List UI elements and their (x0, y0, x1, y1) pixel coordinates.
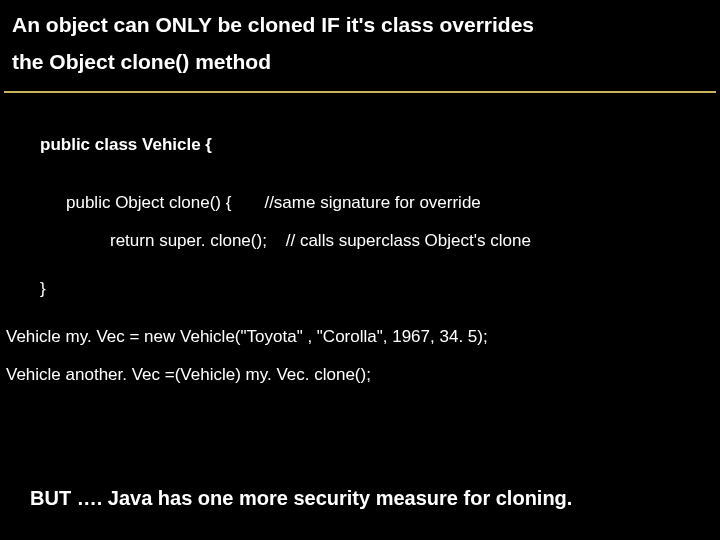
slide: An object can ONLY be cloned IF it's cla… (0, 0, 720, 540)
title-block: An object can ONLY be cloned IF it's cla… (0, 0, 720, 91)
body: public class Vehicle { public Object clo… (0, 93, 720, 385)
title-line-1: An object can ONLY be cloned IF it's cla… (12, 10, 708, 39)
footer-note: BUT …. Java has one more security measur… (30, 487, 700, 510)
code-usage-1: Vehicle my. Vec = new Vehicle("Toyota" ,… (0, 327, 720, 347)
code-usage-2: Vehicle another. Vec =(Vehicle) my. Vec.… (0, 365, 720, 385)
code-class-decl: public class Vehicle { (0, 135, 720, 155)
code-method-decl: public Object clone() { //same signature… (0, 193, 720, 213)
code-close-brace: } (0, 279, 720, 299)
code-return-line: return super. clone(); // calls supercla… (0, 231, 720, 251)
title-line-2: the Object clone() method (12, 47, 708, 82)
